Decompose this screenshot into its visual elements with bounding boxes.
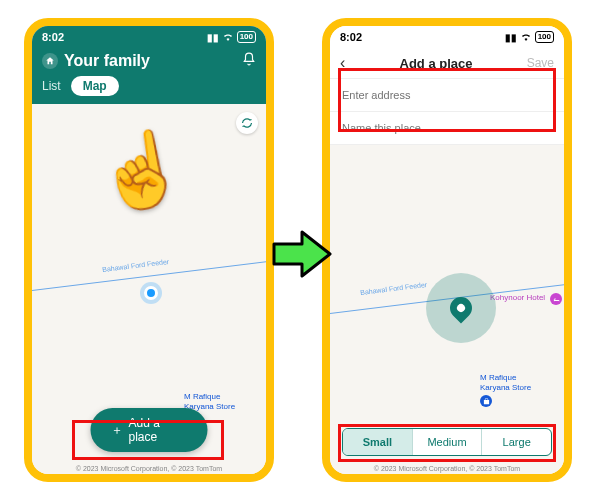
map-view[interactable]: Bahawal Ford Feeder M Rafique Karyana St… — [32, 104, 266, 474]
status-bar: 8:02 ▮▮ 100 — [330, 26, 564, 48]
phone-before: 8:02 ▮▮ 100 Your family — [24, 18, 274, 482]
wifi-icon — [520, 31, 532, 43]
battery-icon: 100 — [535, 31, 554, 43]
geofence-zone[interactable] — [426, 273, 496, 343]
map-attribution: © 2023 Microsoft Corporation, © 2023 Tom… — [32, 465, 266, 472]
address-input[interactable] — [330, 79, 564, 112]
signal-icon: ▮▮ — [505, 32, 517, 43]
bell-icon[interactable] — [242, 52, 256, 70]
map-attribution: © 2023 Microsoft Corporation, © 2023 Tom… — [330, 465, 564, 472]
add-place-label: Add a place — [129, 416, 188, 444]
status-bar: 8:02 ▮▮ 100 — [32, 26, 266, 48]
plus-icon: ＋ — [111, 422, 123, 439]
tab-list[interactable]: List — [42, 79, 61, 93]
save-button[interactable]: Save — [527, 56, 554, 70]
place-name-input[interactable] — [330, 112, 564, 145]
road-label: Bahawal Ford Feeder — [102, 258, 170, 273]
page-title: Your family — [64, 52, 150, 70]
tab-map[interactable]: Map — [71, 76, 119, 96]
bag-icon — [480, 395, 492, 407]
status-time: 8:02 — [340, 31, 362, 43]
back-button[interactable]: ‹ — [340, 54, 345, 72]
place-inputs — [330, 79, 564, 145]
map-view[interactable]: Bahawal Ford Feeder Kohynoor Hotel M Raf… — [330, 145, 564, 474]
road-label: Bahawal Ford Feeder — [360, 281, 428, 296]
page-title: Add a place — [400, 56, 473, 71]
bed-icon — [550, 293, 562, 305]
signal-icon: ▮▮ — [207, 32, 219, 43]
pin-icon — [445, 292, 476, 323]
size-medium[interactable]: Medium — [412, 429, 482, 455]
add-place-button[interactable]: ＋ Add a place — [91, 408, 208, 452]
refresh-button[interactable] — [236, 112, 258, 134]
home-icon[interactable] — [42, 53, 58, 69]
size-small[interactable]: Small — [343, 429, 412, 455]
app-header: Your family List Map — [32, 48, 266, 104]
phone-after: 8:02 ▮▮ 100 ‹ Add a place Save — [322, 18, 572, 482]
size-segmented-control[interactable]: Small Medium Large — [342, 428, 552, 456]
size-large[interactable]: Large — [481, 429, 551, 455]
battery-icon: 100 — [237, 31, 256, 43]
status-time: 8:02 — [42, 31, 64, 43]
current-location-dot — [144, 286, 158, 300]
wifi-icon — [222, 31, 234, 43]
tutorial-stage: 8:02 ▮▮ 100 Your family — [0, 0, 593, 500]
poi-hotel[interactable]: Kohynoor Hotel — [490, 291, 562, 305]
status-icons: ▮▮ 100 — [207, 31, 256, 43]
poi-store[interactable]: M Rafique Karyana Store — [480, 373, 531, 407]
status-icons: ▮▮ 100 — [505, 31, 554, 43]
add-place-header: ‹ Add a place Save — [330, 48, 564, 79]
